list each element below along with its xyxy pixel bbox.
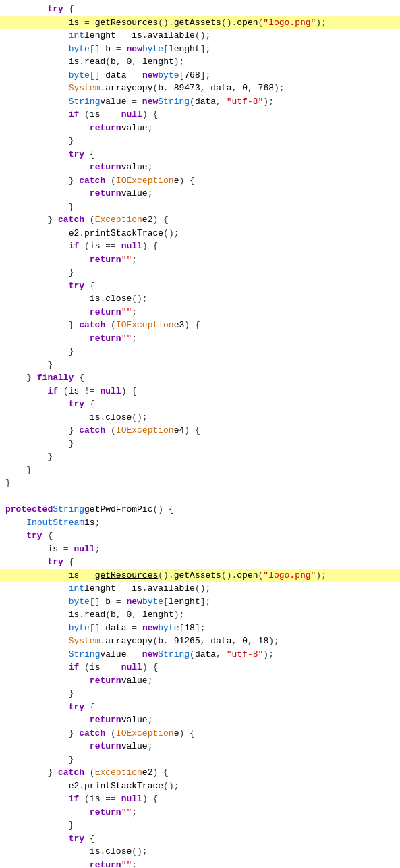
code-line: } [0,819,400,832]
code-line: try { [0,398,400,411]
code-line: if (is == null) { [0,240,400,253]
code-line: try { [0,529,400,543]
code-line: if (is != null) { [0,385,400,398]
code-line: return value; [0,187,400,200]
code-line: return ""; [0,306,400,319]
code-line: e2.printStackTrace(); [0,780,400,793]
code-line: if (is == null) { [0,661,400,674]
code-line: } [0,464,400,477]
code-line: } catch (IOException e4) { [0,424,400,437]
code-line: e2.printStackTrace(); [0,227,400,240]
code-line: return value; [0,674,400,688]
code-line: byte[] data = new byte[18]; [0,622,400,635]
code-line: is.read(b, 0, lenght); [0,55,400,69]
code-line: } [0,753,400,767]
code-line: } catch (IOException e) { [0,174,400,188]
code-line: byte[] data = new byte[768]; [0,69,400,82]
code-line: System.arraycopy(b, 89473, data, 0, 768)… [0,82,400,95]
code-line: return value; [0,121,400,135]
code-line: if (is == null) { [0,108,400,121]
code-line: } catch (IOException e3) { [0,319,400,332]
code-line: is.close(); [0,292,400,306]
code-line: int lenght = is.available(); [0,582,400,595]
code-line: int lenght = is.available(); [0,29,400,43]
code-line: protected String getPwdFromPic() { [0,503,400,516]
code-line: return ""; [0,806,400,819]
code-line: InputStream is; [0,516,400,530]
code-line: return ""; [0,859,400,869]
code-line: } [0,450,400,464]
code-line: if (is == null) { [0,792,400,806]
code-line: is.read(b, 0, lenght); [0,608,400,622]
code-line: return value; [0,161,400,174]
code-line: try { [0,3,400,16]
code-line: try { [0,701,400,714]
code-line: System.arraycopy(b, 91265, data, 0, 18); [0,634,400,648]
code-line: } [0,200,400,214]
code-line: } [0,134,400,148]
code-line: is = null; [0,543,400,556]
code-line: return value; [0,713,400,727]
code-line: is = getResources().getAssets().open("lo… [0,569,400,582]
code-line: } catch (Exception e2) { [0,766,400,780]
code-line: } [0,345,400,358]
code-line: try { [0,832,400,846]
code-line: try { [0,555,400,569]
code-line: is.close(); [0,845,400,859]
code-line: } [0,266,400,279]
code-line: } [0,687,400,701]
code-line: byte[] b = new byte[lenght]; [0,595,400,609]
code-line: try { [0,279,400,293]
code-line: is.close(); [0,411,400,425]
code-line: } [0,477,400,490]
code-line: return value; [0,740,400,753]
code-line: String value = new String(data, "utf-8")… [0,648,400,661]
code-line: } [0,437,400,451]
code-line: return ""; [0,332,400,346]
code-line: } finally { [0,371,400,385]
code-line: is = getResources().getAssets().open("lo… [0,16,400,30]
code-line: String value = new String(data, "utf-8")… [0,95,400,109]
code-line: return ""; [0,253,400,267]
code-line [0,490,400,504]
code-line: } [0,358,400,372]
code-lines: try { is = getResources().getAssets().op… [0,3,400,868]
code-editor: try { is = getResources().getAssets().op… [0,0,400,868]
code-line: byte[] b = new byte[lenght]; [0,43,400,56]
code-line: try { [0,148,400,161]
code-line: } catch (Exception e2) { [0,213,400,227]
code-line: } catch (IOException e) { [0,727,400,740]
